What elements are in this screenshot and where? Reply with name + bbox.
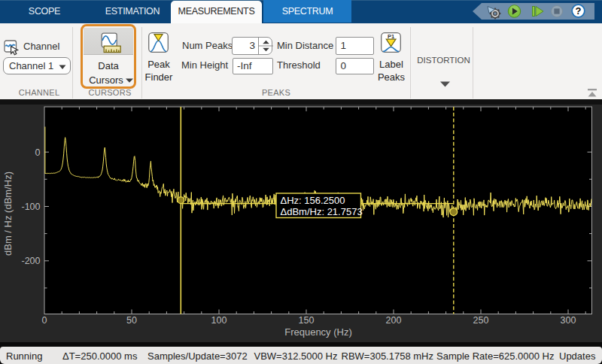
svg-text:ΔdBm/Hz: 21.7573: ΔdBm/Hz: 21.7573 (281, 206, 363, 217)
svg-text:dBm / Hz (dBm/Hz): dBm / Hz (dBm/Hz) (2, 171, 14, 256)
svg-text:100: 100 (211, 315, 227, 326)
svg-text:50: 50 (126, 315, 137, 326)
svg-text:P1: P1 (388, 33, 394, 40)
svg-text:200: 200 (386, 315, 402, 326)
svg-text:150: 150 (299, 315, 315, 326)
svg-text:-100: -100 (21, 202, 40, 212)
svg-text:0: 0 (42, 315, 47, 326)
svg-text:300: 300 (561, 315, 576, 326)
svg-text:-200: -200 (21, 256, 40, 266)
svg-text:0: 0 (35, 147, 41, 158)
svg-text:Frequency (Hz): Frequency (Hz) (284, 326, 352, 338)
svg-text:250: 250 (473, 315, 489, 326)
svg-text:ΔHz: 156.2500: ΔHz: 156.2500 (281, 195, 345, 206)
svg-text:?: ? (576, 5, 582, 17)
